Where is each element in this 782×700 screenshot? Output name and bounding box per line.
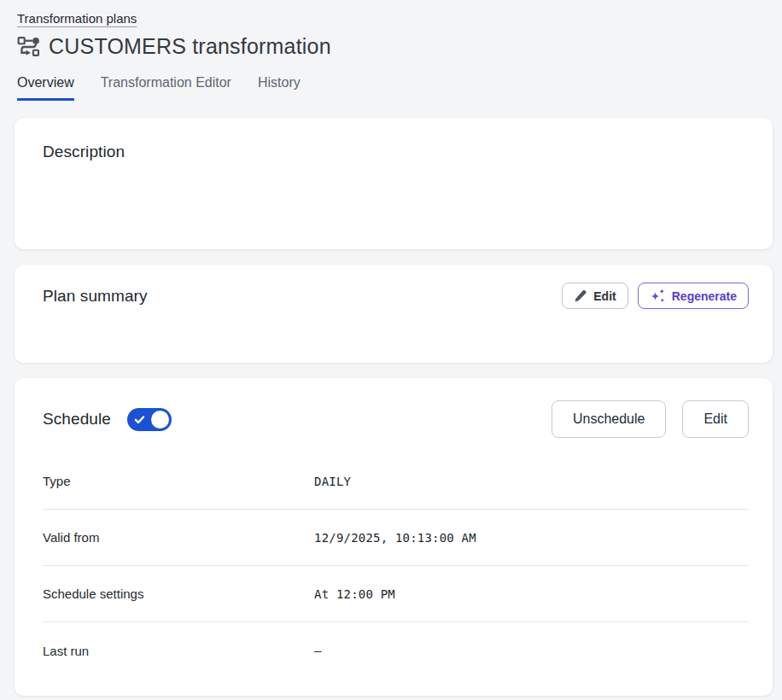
description-card-title: Description — [43, 143, 749, 161]
tab-overview[interactable]: Overview — [17, 75, 74, 101]
row-label: Last run — [43, 644, 314, 658]
title-row: CUSTOMERS transformation — [17, 34, 765, 59]
row-label: Schedule settings — [43, 586, 314, 601]
row-value: 12/9/2025, 10:13:00 AM — [314, 531, 476, 545]
regenerate-label: Regenerate — [672, 289, 737, 303]
tab-bar: Overview Transformation Editor History — [17, 75, 765, 101]
plan-summary-title: Plan summary — [43, 287, 148, 306]
edit-schedule-button[interactable]: Edit — [682, 400, 749, 438]
schedule-card: Schedule Unschedule Edit Type DAILY Vali… — [15, 378, 773, 696]
schedule-row-settings: Schedule settings At 12:00 PM — [43, 566, 749, 622]
schedule-toggle[interactable] — [127, 408, 172, 431]
transformation-plan-icon — [17, 36, 40, 58]
breadcrumb[interactable]: Transformation plans — [17, 11, 137, 26]
tab-transformation-editor[interactable]: Transformation Editor — [101, 75, 231, 101]
plan-summary-card: Plan summary Edit Regenerate — [15, 265, 773, 363]
plan-summary-actions: Edit Regenerate — [562, 283, 749, 309]
row-label: Valid from — [43, 530, 314, 545]
page-title: CUSTOMERS transformation — [49, 34, 331, 59]
schedule-details: Type DAILY Valid from 12/9/2025, 10:13:0… — [43, 438, 749, 696]
schedule-title-group: Schedule — [43, 400, 172, 438]
page-header: Transformation plans CUSTOMERS transform… — [0, 0, 782, 101]
tab-history[interactable]: History — [258, 75, 301, 101]
plan-summary-head: Plan summary Edit Regenerate — [43, 283, 749, 309]
row-value: – — [314, 644, 322, 657]
toggle-knob — [151, 411, 169, 429]
schedule-row-valid-from: Valid from 12/9/2025, 10:13:00 AM — [43, 510, 749, 566]
schedule-row-last-run: Last run – — [43, 622, 749, 679]
cards-container: Description Plan summary Edit Re — [15, 118, 773, 696]
edit-plan-summary-button[interactable]: Edit — [562, 283, 627, 309]
edit-plan-summary-label: Edit — [593, 289, 616, 303]
check-icon — [134, 414, 145, 425]
row-value: At 12:00 PM — [314, 587, 395, 601]
schedule-title: Schedule — [43, 410, 111, 429]
row-value: DAILY — [314, 475, 351, 488]
pencil-icon — [574, 289, 587, 303]
sparkles-icon — [650, 288, 666, 304]
regenerate-button[interactable]: Regenerate — [638, 283, 749, 309]
unschedule-button[interactable]: Unschedule — [551, 400, 667, 438]
schedule-head: Schedule Unschedule Edit — [43, 378, 749, 438]
row-label: Type — [43, 474, 314, 488]
schedule-row-type: Type DAILY — [43, 453, 749, 510]
description-card: Description — [15, 118, 773, 249]
schedule-actions: Unschedule Edit — [551, 400, 749, 438]
